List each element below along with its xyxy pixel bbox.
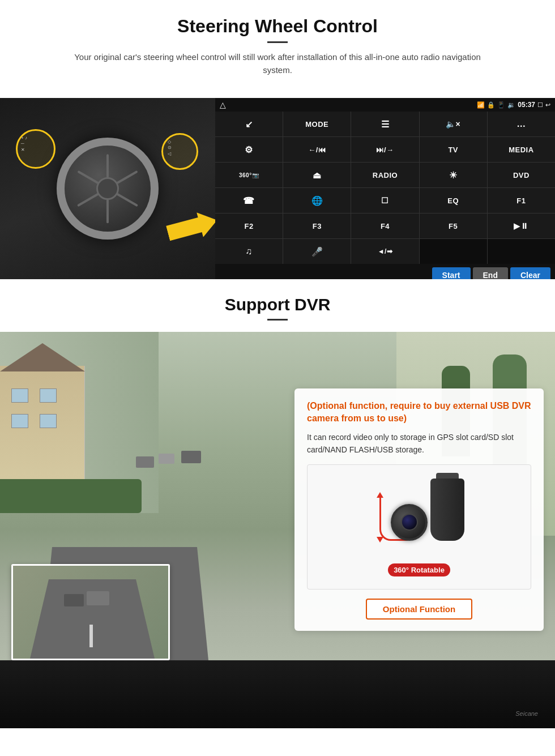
action-bar: Start End Clear [215, 264, 555, 279]
empty-btn2 [488, 239, 555, 264]
thumb-car1 [64, 594, 84, 606]
menu-btn[interactable]: ☰ [351, 112, 419, 136]
badge-360: 360° Rotatable [388, 563, 450, 576]
dvd-btn[interactable]: DVD [488, 163, 555, 187]
seicane-watermark: Seicane [515, 710, 538, 717]
subtitle-text: Your original car's steering wheel contr… [62, 51, 493, 76]
eject-btn[interactable]: ⏏ [283, 163, 351, 187]
camera-lens-inner [401, 514, 418, 531]
dvr-optional-text: (Optional function, require to buy exter… [307, 400, 531, 425]
mute-btn[interactable]: 🔈× [420, 112, 487, 136]
dvr-composite: Seicane (Optional function, require to b… [0, 332, 555, 728]
status-icons: 📶 🔒 📱 🔉 05:37 ☐ ↩ [477, 101, 550, 109]
car-image: + ♪ ─ ✕ ◇ ⊙ ◁ [0, 98, 215, 279]
camera-lens [391, 504, 428, 541]
steering-wheel-bg: + ♪ ─ ✕ ◇ ⊙ ◁ [0, 98, 215, 279]
left-highlight-circle: + ♪ ─ ✕ [16, 129, 56, 169]
clear-button[interactable]: Clear [510, 267, 550, 279]
next-btn[interactable]: ⏭/→ [351, 137, 419, 162]
volume-icon: 🔉 [507, 101, 515, 109]
media-btn[interactable]: MEDIA [488, 137, 555, 162]
dvr-divider [267, 319, 288, 321]
button-grid: ↙ MODE ☰ 🔈× … ⚙ ←/⏮ ⏭/→ TV MEDIA 360°📷 ⏏… [215, 112, 555, 264]
eq-btn[interactable]: EQ [420, 188, 487, 213]
f2-btn[interactable]: F2 [215, 213, 283, 238]
wifi-icon: 📶 [477, 101, 485, 109]
f1-btn[interactable]: F1 [488, 188, 555, 213]
optional-function-button[interactable]: Optional Function [366, 599, 472, 620]
page-title: Steering Wheel Control [23, 16, 532, 37]
headunit-ui: △ 📶 🔒 📱 🔉 05:37 ☐ ↩ ↙ MODE ☰ 🔈× … ⚙ ←/⏮ … [215, 98, 555, 279]
empty-btn1 [420, 239, 487, 264]
dvr-thumbnail [11, 564, 170, 660]
arrow-up-icon [377, 492, 383, 498]
end-button[interactable]: End [473, 267, 508, 279]
thumb-car2 [87, 591, 109, 605]
back-icon[interactable]: ↩ [545, 101, 550, 109]
lock-icon: 🔒 [487, 101, 495, 109]
dvr-section-header: Support DVR [0, 279, 555, 332]
steering-composite: + ♪ ─ ✕ ◇ ⊙ ◁ △ 📶 🔒 📱 [0, 98, 555, 279]
right-highlight-circle: ◇ ⊙ ◁ [161, 133, 198, 170]
settings-btn[interactable]: ⚙ [215, 137, 283, 162]
f4-btn[interactable]: F4 [351, 213, 419, 238]
f5-btn[interactable]: F5 [420, 213, 487, 238]
status-bar: △ 📶 🔒 📱 🔉 05:37 ☐ ↩ [215, 98, 555, 112]
voladj-btn[interactable]: ◄/➡ [351, 239, 419, 264]
brightness-btn[interactable]: ☀ [420, 163, 487, 187]
window-icon: ☐ [537, 101, 543, 109]
mode-btn[interactable]: MODE [283, 112, 351, 136]
dvr-info-panel: (Optional function, require to buy exter… [294, 388, 544, 631]
playpause-btn[interactable]: ▶⏸ [488, 213, 555, 238]
tv-btn[interactable]: TV [420, 137, 487, 162]
dvr-title: Support DVR [23, 295, 532, 314]
dvr-camera-box: 360° Rotatable [307, 464, 531, 590]
dashboard-section [0, 660, 555, 728]
start-button[interactable]: Start [432, 267, 471, 279]
steering-wheel [57, 138, 159, 240]
browser-btn[interactable]: 🌐 [283, 188, 351, 213]
cam360-btn[interactable]: 360°📷 [215, 163, 283, 187]
status-time: 05:37 [518, 101, 535, 109]
phone-btn[interactable]: ☎ [215, 188, 283, 213]
signal-icon: 📱 [497, 101, 505, 109]
apps-btn[interactable]: … [488, 112, 555, 136]
thumb-line [89, 625, 93, 647]
nav-btn[interactable]: ↙ [215, 112, 283, 136]
screen-btn[interactable]: ☐ [351, 188, 419, 213]
prev-btn[interactable]: ←/⏮ [283, 137, 351, 162]
radio-btn[interactable]: RADIO [351, 163, 419, 187]
f3-btn[interactable]: F3 [283, 213, 351, 238]
camera-visual [362, 473, 476, 558]
dvr-desc-text: It can record video only to storage in G… [307, 431, 531, 456]
home-icon[interactable]: △ [220, 100, 226, 109]
music-btn[interactable]: ♫ [215, 239, 283, 264]
camera-body [430, 479, 464, 541]
steering-wheel-section: Steering Wheel Control Your original car… [0, 0, 555, 98]
mic-btn[interactable]: 🎤 [283, 239, 351, 264]
arrow-down-icon [377, 537, 383, 543]
title-divider [267, 41, 288, 43]
